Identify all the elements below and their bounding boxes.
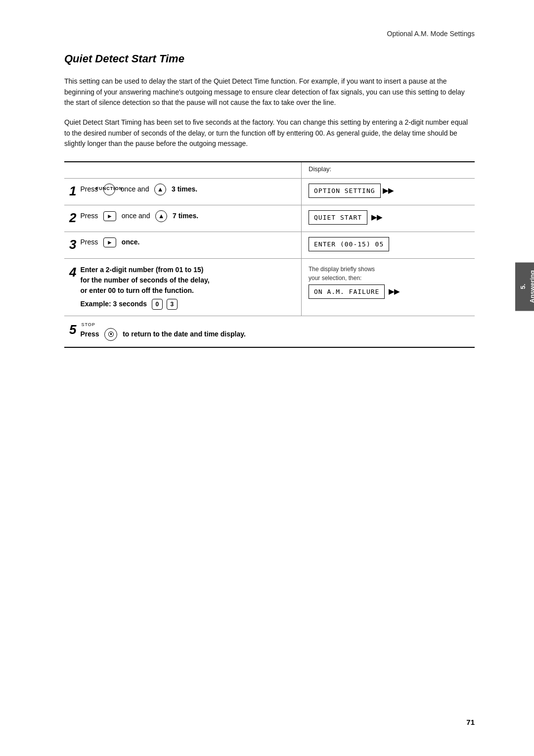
page-header: Optional A.M. Mode Settings: [0, 30, 534, 38]
step-2-number: 2: [69, 211, 76, 224]
step-2-display-text: QUIET START: [309, 210, 367, 225]
step-1-display: OPTION SETTING ▶▶: [302, 179, 475, 205]
key-0[interactable]: 0: [152, 299, 163, 310]
up-arrow-button-2[interactable]: ▲: [155, 210, 167, 222]
step-4-example: Example: 3 seconds 0 3: [80, 299, 209, 310]
step-4-display-arrow: ▶▶: [387, 286, 400, 297]
step-3-display-text: ENTER (00-15) 05: [309, 237, 389, 252]
instruction-table: Display: 1 Press FUNCTION: [64, 161, 475, 348]
step-5-press-label: Press: [80, 330, 101, 338]
step-2-times: 7 times.: [171, 211, 198, 219]
display-column-header: Display:: [309, 164, 468, 174]
step-3-display: ENTER (00-15) 05: [302, 232, 475, 258]
up-arrow-button-1[interactable]: ▲: [154, 184, 166, 195]
key-3[interactable]: 3: [167, 299, 178, 310]
page-container: 5. Answering Machine Optional A.M. Mode …: [0, 0, 534, 756]
intro-paragraph-1: This setting can be used to delay the st…: [64, 76, 475, 108]
step-1-row: 1 Press FUNCTION once and ▲ 3 times.: [64, 179, 475, 205]
step-2-press-label: Press: [80, 211, 100, 219]
stop-button[interactable]: ⦿: [104, 328, 117, 341]
side-tab-line1: Answering: [529, 270, 534, 303]
step-4-col: 4 Enter a 2-digit number (from 01 to 15)…: [64, 259, 302, 316]
side-tab: 5. Answering Machine: [515, 262, 534, 311]
step-4-display: The display briefly showsyour selection,…: [302, 259, 475, 305]
step-2-once-and: once and: [120, 211, 152, 219]
step-5-text2: to return to the date and time display.: [121, 330, 246, 338]
step-1-display-arrow: ▶▶: [383, 186, 394, 196]
step-1-col: 1 Press FUNCTION once and ▲ 3 times.: [64, 179, 302, 205]
step-3-row: 3 Press ► once. ENTER (00-15) 05: [64, 232, 475, 259]
step-2-col: 2 Press ► once and ▲ 7 times.: [64, 205, 302, 232]
arrow-right-button-2[interactable]: ►: [103, 211, 116, 221]
step-4-content: Enter a 2-digit number (from 01 to 15) f…: [80, 265, 209, 310]
step-4-display-small: The display briefly showsyour selection,…: [309, 265, 468, 283]
step-1-number: 1: [69, 185, 76, 197]
step-3-once: once.: [120, 238, 139, 246]
step-1-once-and: once and: [119, 185, 151, 192]
function-button[interactable]: FUNCTION: [103, 184, 115, 195]
step-4-text2: for the number of seconds of the delay,: [80, 276, 209, 284]
side-tab-number: 5.: [519, 284, 528, 289]
step-5-col: 5 STOP Press ⦿ to return to the date and…: [64, 316, 475, 347]
step-5-row: 5 STOP Press ⦿ to return to the date and…: [64, 316, 475, 347]
step-4-text3: or enter 00 to turn off the function.: [80, 286, 193, 294]
step-2-display-arrow: ▶▶: [369, 212, 382, 223]
step-5-number: 5: [69, 323, 76, 336]
arrow-right-button-3[interactable]: ►: [103, 237, 116, 247]
step-5-content: STOP Press ⦿ to return to the date and t…: [80, 322, 245, 341]
step-1-content: Press FUNCTION once and ▲ 3 times.: [80, 184, 197, 195]
step-4-text1: Enter a 2-digit number (from 01 to 15): [80, 266, 203, 274]
stop-label: STOP: [81, 322, 245, 327]
step-2-row: 2 Press ► once and ▲ 7 times. QUIET STAR…: [64, 205, 475, 232]
step-2-display: QUIET START ▶▶: [302, 205, 475, 232]
step-2-content: Press ► once and ▲ 7 times.: [80, 210, 198, 222]
intro-paragraph-2: Quiet Detect Start Timing has been set t…: [64, 117, 475, 149]
step-3-press-label: Press: [80, 238, 100, 246]
step-3-number: 3: [69, 238, 76, 251]
step-3-content: Press ► once.: [80, 237, 139, 247]
page-number: 71: [466, 718, 475, 726]
step-1-display-text: OPTION SETTING: [309, 184, 381, 198]
step-4-display-text: ON A.M. FAILURE: [309, 284, 385, 299]
header-title: Optional A.M. Mode Settings: [387, 30, 475, 38]
step-4-number: 4: [69, 266, 76, 279]
section-title: Quiet Detect Start Time: [64, 52, 475, 65]
step-4-row: 4 Enter a 2-digit number (from 01 to 15)…: [64, 259, 475, 316]
step-3-col: 3 Press ► once.: [64, 232, 302, 258]
content-area: Quiet Detect Start Time This setting can…: [64, 52, 475, 348]
step-1-times: 3 times.: [170, 185, 197, 192]
